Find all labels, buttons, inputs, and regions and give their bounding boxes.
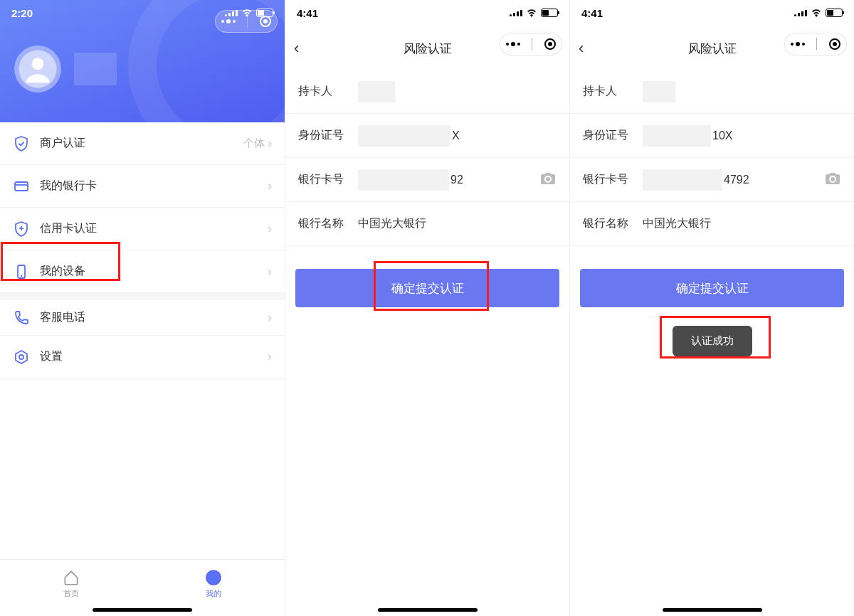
status-time: 4:41	[297, 7, 318, 19]
back-button[interactable]: ‹	[294, 39, 299, 58]
row-bankname: 银行名称 中国光大银行	[570, 202, 854, 246]
menu-extra: 个体	[243, 137, 265, 150]
back-button[interactable]: ‹	[579, 39, 584, 58]
status-bar: 4:41	[285, 0, 569, 26]
submit-label: 确定提交认证	[676, 280, 749, 297]
field-value: 中国光大银行	[358, 216, 557, 231]
status-time: 4:41	[581, 7, 603, 19]
camera-icon[interactable]	[539, 171, 557, 188]
camera-icon[interactable]	[824, 171, 841, 188]
row-bankcard[interactable]: 银行卡号 4792	[570, 158, 854, 202]
close-target-icon[interactable]	[829, 38, 840, 50]
field-value: 4792	[643, 169, 824, 191]
redacted-value	[358, 169, 449, 191]
shield-plus-icon	[13, 221, 30, 238]
row-holder: 持卡人	[570, 70, 854, 114]
id-tail: X	[452, 129, 460, 142]
menu-device[interactable]: 我的设备 ›	[0, 250, 285, 293]
close-target-icon[interactable]	[260, 16, 271, 27]
menu-merchant-auth[interactable]: 商户认证 个体 ›	[0, 122, 285, 165]
page-title: 风险认证	[404, 41, 452, 57]
success-toast: 认证成功	[673, 326, 752, 356]
more-icon[interactable]	[791, 42, 805, 46]
more-icon[interactable]	[506, 42, 520, 46]
svg-rect-2	[15, 182, 28, 191]
miniprogram-capsule[interactable]	[500, 33, 562, 55]
card-tail: 4792	[724, 174, 749, 186]
redacted-value	[358, 81, 395, 102]
gear-hex-icon	[13, 349, 30, 366]
field-label: 持卡人	[583, 84, 643, 99]
menu-hotline[interactable]: 客服电话 ›	[0, 293, 285, 336]
menu-list: 商户认证 个体 › 我的银行卡 › 信用卡认证 › 我的设备 › 客服电话 › …	[0, 122, 285, 378]
home-indicator	[93, 608, 192, 612]
svg-point-1	[32, 58, 44, 70]
menu-bankcard[interactable]: 我的银行卡 ›	[0, 165, 285, 208]
wifi-icon	[811, 9, 822, 17]
row-holder: 持卡人	[285, 70, 569, 114]
tab-label: 我的	[206, 588, 221, 599]
screen-risk-auth-form: 4:41 ‹ 风险认证 持卡人 身份证号 X 银行卡号 92 银行名称	[285, 0, 569, 616]
submit-label: 确定提交认证	[391, 280, 464, 297]
battery-icon	[541, 9, 558, 17]
chevron-right-icon: ›	[268, 179, 272, 193]
toast-text: 认证成功	[691, 334, 734, 346]
redacted-value	[643, 169, 722, 191]
call-icon	[13, 309, 30, 326]
row-bankcard[interactable]: 银行卡号 92	[285, 158, 569, 202]
phone-icon	[13, 263, 30, 280]
menu-label: 商户认证	[40, 136, 243, 151]
status-icons	[794, 9, 843, 17]
home-indicator	[378, 608, 478, 612]
home-icon	[62, 568, 80, 587]
signal-icon	[794, 10, 807, 16]
avatar[interactable]	[14, 46, 61, 92]
field-label: 身份证号	[583, 128, 643, 143]
tab-bar: 首页 我的	[0, 559, 285, 616]
chevron-right-icon: ›	[268, 349, 272, 364]
miniprogram-capsule[interactable]	[215, 10, 278, 33]
svg-point-10	[206, 570, 221, 585]
card-icon	[13, 178, 30, 195]
battery-icon	[826, 9, 843, 17]
row-bankname: 银行名称 中国光大银行	[285, 202, 569, 246]
tab-label: 首页	[63, 588, 79, 599]
chevron-right-icon: ›	[268, 310, 272, 325]
field-label: 银行卡号	[583, 172, 643, 187]
more-icon[interactable]	[221, 19, 236, 23]
field-label: 银行卡号	[298, 172, 358, 187]
screen-profile: 2:20 商户认证 个体 › 我的银行卡 ›	[0, 0, 285, 616]
row-idcard: 身份证号 10X	[570, 114, 854, 158]
close-target-icon[interactable]	[544, 38, 556, 50]
screen-risk-auth-success: 4:41 ‹ 风险认证 持卡人 身份证号 10X 银行卡号 4792 银行	[569, 0, 854, 616]
status-icons	[510, 9, 558, 17]
shield-check-icon	[13, 135, 30, 152]
signal-icon	[510, 10, 522, 16]
row-idcard: 身份证号 X	[285, 114, 569, 158]
field-value	[358, 81, 557, 102]
field-value: 92	[358, 169, 539, 191]
card-tail: 92	[450, 174, 463, 186]
status-time: 2:20	[11, 7, 33, 19]
menu-label: 客服电话	[40, 310, 268, 325]
svg-marker-8	[16, 351, 27, 363]
username-redacted	[74, 53, 117, 85]
menu-label: 我的银行卡	[40, 179, 268, 193]
submit-button[interactable]: 确定提交认证	[580, 269, 844, 307]
menu-creditcard-auth[interactable]: 信用卡认证 ›	[0, 208, 285, 250]
miniprogram-capsule[interactable]	[784, 33, 847, 55]
profile-header: 2:20	[0, 0, 285, 122]
status-bar: 4:41	[570, 0, 854, 26]
field-value: 10X	[643, 125, 841, 147]
field-label: 身份证号	[298, 128, 358, 143]
auth-form: 持卡人 身份证号 X 银行卡号 92 银行名称 中国光大银行	[285, 70, 569, 246]
field-value: 中国光大银行	[643, 216, 841, 231]
home-indicator	[663, 608, 762, 612]
field-label: 持卡人	[298, 84, 358, 99]
page-title: 风险认证	[688, 41, 737, 57]
wifi-icon	[526, 9, 537, 17]
menu-settings[interactable]: 设置 ›	[0, 336, 285, 378]
field-value	[643, 81, 841, 102]
submit-button[interactable]: 确定提交认证	[295, 269, 559, 307]
chevron-right-icon: ›	[268, 136, 272, 151]
